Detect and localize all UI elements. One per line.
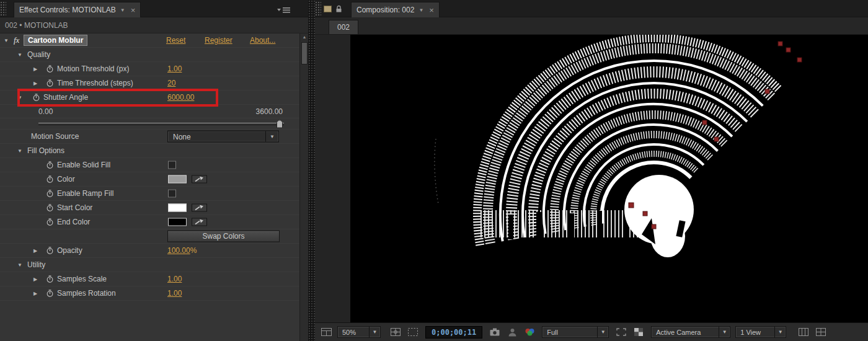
tab-menu-chevron-icon[interactable] xyxy=(418,7,423,13)
snapshot-camera-icon[interactable] xyxy=(489,326,501,339)
chevron-down-icon[interactable] xyxy=(369,327,380,337)
chevron-down-icon[interactable] xyxy=(597,327,608,337)
breadcrumb[interactable]: 002 • MOTIONLAB xyxy=(0,17,308,33)
property-value[interactable]: 1.00 xyxy=(167,64,182,73)
stopwatch-icon[interactable] xyxy=(46,190,54,198)
property-value[interactable]: 1.00 xyxy=(167,289,182,298)
property-value[interactable]: 1.00 xyxy=(167,275,182,283)
motion-source-dropdown[interactable]: None xyxy=(167,131,279,143)
tab-menu-chevron-icon[interactable] xyxy=(120,7,125,13)
panel-grip[interactable] xyxy=(0,1,6,16)
collapse-group-icon[interactable] xyxy=(17,52,22,58)
stopwatch-icon[interactable] xyxy=(46,275,54,283)
eyedropper-icon[interactable] xyxy=(192,218,207,226)
mask-visibility-icon[interactable] xyxy=(407,326,419,339)
group-row-quality[interactable]: Quality xyxy=(0,48,299,62)
expand-property-icon[interactable] xyxy=(33,291,37,296)
about-link[interactable]: About... xyxy=(250,36,275,45)
property-row-samples-scale[interactable]: Samples Scale 1.00 xyxy=(0,272,299,286)
panel-menu-icon[interactable] xyxy=(277,5,291,16)
eyedropper-icon[interactable] xyxy=(192,175,207,184)
effect-name[interactable]: Cartoon Moblur xyxy=(24,35,87,46)
transparency-grid-icon[interactable] xyxy=(632,326,645,339)
property-row-time-threshold[interactable]: Time Threshold (steps) 20 xyxy=(0,76,299,91)
effect-controls-tab[interactable]: Effect Controls: MOTIONLAB xyxy=(14,2,141,17)
stopwatch-icon[interactable] xyxy=(46,218,54,226)
panel-grip[interactable] xyxy=(315,1,321,16)
composition-canvas[interactable] xyxy=(350,35,868,322)
expand-property-icon[interactable] xyxy=(33,81,37,86)
viewer-tab-002[interactable]: 002 xyxy=(329,20,358,34)
enable-solid-fill-checkbox[interactable] xyxy=(168,161,176,169)
property-row-motion-threshold[interactable]: Motion Threshold (px) 1.00 xyxy=(0,62,299,76)
panel-chip-icon xyxy=(324,6,332,12)
region-of-interest-icon[interactable] xyxy=(615,326,627,339)
effect-controls-panel: Effect Controls: MOTIONLAB 002 • MOTIONL… xyxy=(0,0,308,341)
group-row-fill-options[interactable]: Fill Options xyxy=(0,144,299,158)
property-row-shutter-angle[interactable]: Shutter Angle 6000.00 xyxy=(0,91,299,105)
scroll-up-icon[interactable]: ▲ xyxy=(300,35,309,39)
stopwatch-icon[interactable] xyxy=(46,79,54,87)
stopwatch-icon[interactable] xyxy=(46,65,54,73)
close-panel-icon[interactable] xyxy=(429,6,434,15)
magnification-dropdown[interactable]: 50% xyxy=(337,326,381,338)
panel-divider[interactable] xyxy=(308,0,315,341)
collapse-property-icon[interactable] xyxy=(17,95,22,100)
property-row-end-color[interactable]: End Color xyxy=(0,215,299,229)
property-label: End Color xyxy=(57,218,90,226)
eyedropper-icon[interactable] xyxy=(192,204,207,212)
stopwatch-icon[interactable] xyxy=(46,175,54,184)
property-row-enable-solid-fill[interactable]: Enable Solid Fill xyxy=(0,158,299,172)
viewer-options-icon[interactable] xyxy=(320,326,332,339)
close-panel-icon[interactable] xyxy=(131,6,136,15)
composition-tab[interactable]: Composition: 002 xyxy=(351,2,440,17)
show-snapshot-icon[interactable] xyxy=(506,326,518,339)
pixel-aspect-correction-icon[interactable] xyxy=(797,326,810,339)
expand-property-icon[interactable] xyxy=(33,248,37,254)
effect-controls-scrollbar[interactable]: ▲ xyxy=(299,33,308,341)
collapse-effect-icon[interactable] xyxy=(4,38,9,43)
property-value[interactable]: 20 xyxy=(167,79,175,87)
effect-controls-tab-title: Effect Controls: MOTIONLAB xyxy=(19,6,116,14)
start-color-swatch[interactable] xyxy=(168,204,187,212)
shutter-angle-slider-track[interactable] xyxy=(38,123,284,125)
color-swatch[interactable] xyxy=(168,175,187,184)
property-row-enable-ramp-fill[interactable]: Enable Ramp Fill xyxy=(0,187,299,201)
effect-header-row[interactable]: fx Cartoon Moblur Reset Register About..… xyxy=(0,33,299,48)
chevron-down-icon[interactable] xyxy=(265,131,278,142)
swap-colors-button[interactable]: Swap Colors xyxy=(167,231,280,242)
property-row-color[interactable]: Color xyxy=(0,172,299,187)
stopwatch-icon[interactable] xyxy=(46,161,54,169)
property-row-samples-rotation[interactable]: Samples Rotation 1.00 xyxy=(0,286,299,301)
stopwatch-icon[interactable] xyxy=(46,204,54,212)
property-value[interactable]: 6000.00 xyxy=(167,93,194,102)
group-row-utility[interactable]: Utility xyxy=(0,258,299,272)
stopwatch-icon[interactable] xyxy=(32,94,40,102)
expand-property-icon[interactable] xyxy=(33,277,37,282)
fast-previews-icon[interactable] xyxy=(815,326,827,339)
current-time-field[interactable]: 0;00;00;11 xyxy=(425,326,482,339)
stopwatch-icon[interactable] xyxy=(46,290,54,298)
chevron-down-icon[interactable] xyxy=(774,327,786,337)
collapse-group-icon[interactable] xyxy=(17,262,22,268)
stopwatch-icon[interactable] xyxy=(46,247,54,255)
register-link[interactable]: Register xyxy=(205,36,232,45)
expand-property-icon[interactable] xyxy=(33,66,37,72)
property-row-opacity[interactable]: Opacity 100.00% xyxy=(0,244,299,258)
collapse-group-icon[interactable] xyxy=(17,148,22,154)
chevron-down-icon[interactable] xyxy=(719,327,730,337)
reset-link[interactable]: Reset xyxy=(166,36,185,45)
shutter-angle-slider-handle[interactable] xyxy=(277,120,283,128)
3d-view-dropdown[interactable]: Active Camera xyxy=(651,326,730,338)
resolution-dropdown[interactable]: Full xyxy=(542,326,609,338)
lock-icon[interactable] xyxy=(335,5,342,13)
property-value[interactable]: 100.00 xyxy=(167,246,190,255)
property-row-start-color[interactable]: Start Color xyxy=(0,201,299,215)
scrollbar-thumb[interactable] xyxy=(301,42,308,64)
show-channel-icon[interactable] xyxy=(523,326,536,339)
enable-ramp-fill-checkbox[interactable] xyxy=(168,190,176,198)
end-color-swatch[interactable] xyxy=(168,218,187,226)
property-row-motion-source[interactable]: Motion Source None xyxy=(0,130,299,144)
grid-guides-icon[interactable] xyxy=(389,326,402,339)
view-layout-dropdown[interactable]: 1 View xyxy=(735,326,786,338)
